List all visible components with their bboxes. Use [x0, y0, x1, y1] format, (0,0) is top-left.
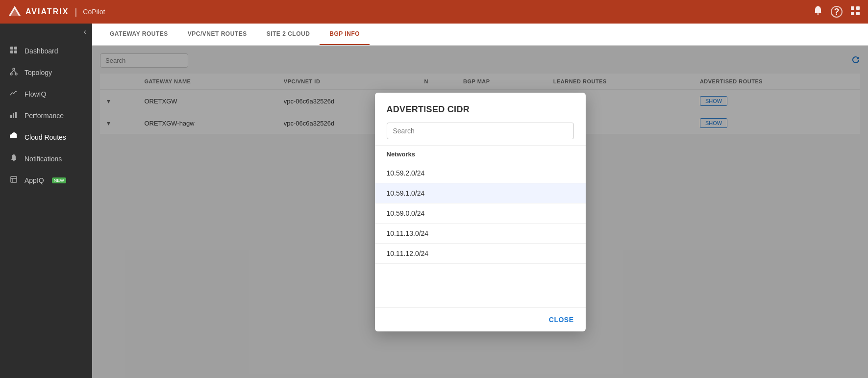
- sidebar-collapse[interactable]: ‹: [0, 24, 92, 40]
- sidebar-item-flowiq[interactable]: FlowIQ: [0, 83, 92, 105]
- badge-appiq: NEW: [52, 177, 66, 183]
- topology-icon: [9, 68, 19, 77]
- svg-rect-21: [11, 176, 17, 182]
- modal-cidr-item[interactable]: 10.59.2.0/24: [375, 163, 586, 183]
- sidebar-item-dashboard[interactable]: Dashboard: [0, 40, 92, 62]
- modal-title: ADVERTISED CIDR: [375, 93, 586, 123]
- cloud-routes-icon: [9, 132, 19, 142]
- sidebar-label-appiq: AppIQ: [25, 176, 44, 184]
- sidebar-label-topology: Topology: [25, 69, 52, 76]
- tabs-bar: GATEWAY ROUTESVPC/VNET ROUTESSITE 2 CLOU…: [92, 24, 868, 46]
- content-area: GATEWAY ROUTESVPC/VNET ROUTESSITE 2 CLOU…: [92, 24, 868, 378]
- modal-cidr-item[interactable]: 10.59.1.0/24: [375, 183, 586, 203]
- modal-list: Networks 10.59.2.0/2410.59.1.0/2410.59.0…: [375, 145, 586, 308]
- modal-footer: CLOSE: [375, 308, 586, 331]
- svg-rect-20: [13, 160, 15, 161]
- sidebar-item-topology[interactable]: Topology: [0, 62, 92, 83]
- svg-rect-5: [856, 6, 860, 10]
- collapse-button[interactable]: ‹: [84, 27, 86, 36]
- table-area: GATEWAY NAMEVPC/VNET IDNBGP MAPLEARNED R…: [92, 46, 868, 378]
- sidebar: ‹ Dashboard Topology FlowIQ Performance …: [0, 24, 92, 378]
- tab-site2cloud[interactable]: SITE 2 CLOUD: [257, 24, 320, 45]
- svg-rect-7: [856, 12, 860, 15]
- logo: AVIATRIX | CoPilot: [8, 5, 105, 19]
- notifications-icon[interactable]: [813, 6, 823, 18]
- svg-line-16: [14, 70, 16, 73]
- svg-rect-18: [13, 113, 14, 118]
- modal-empty-area: [375, 264, 586, 308]
- sidebar-item-appiq[interactable]: AppIQ NEW: [0, 170, 92, 191]
- sidebar-label-performance: Performance: [25, 112, 64, 120]
- svg-rect-8: [10, 47, 13, 50]
- modal-cidr-item[interactable]: 10.59.0.0/24: [375, 203, 586, 224]
- modal-cidr-item[interactable]: 10.11.13.0/24: [375, 224, 586, 244]
- svg-rect-3: [817, 13, 819, 15]
- topbar: AVIATRIX | CoPilot ?: [0, 0, 868, 24]
- svg-rect-9: [14, 47, 17, 50]
- flowiq-icon: [9, 89, 19, 99]
- modal-close-button[interactable]: CLOSE: [549, 316, 574, 324]
- svg-rect-6: [851, 12, 854, 15]
- sidebar-item-performance[interactable]: Performance: [0, 105, 92, 126]
- sidebar-item-cloud-routes[interactable]: Cloud Routes: [0, 126, 92, 148]
- tab-bgp-info[interactable]: BGP INFO: [320, 24, 370, 45]
- advertised-cidr-modal: ADVERTISED CIDR Networks 10.59.2.0/2410.…: [375, 93, 586, 331]
- svg-rect-17: [10, 115, 12, 118]
- help-icon[interactable]: ?: [831, 6, 843, 18]
- modal-list-header: Networks: [375, 146, 586, 163]
- modal-overlay: ADVERTISED CIDR Networks 10.59.2.0/2410.…: [92, 46, 868, 378]
- svg-point-13: [10, 73, 12, 75]
- dashboard-icon: [9, 46, 19, 56]
- svg-line-15: [11, 70, 14, 73]
- sidebar-label-notifications: Notifications: [25, 155, 62, 163]
- tab-vpc-vnet-routes[interactable]: VPC/VNET ROUTES: [178, 24, 257, 45]
- svg-point-14: [15, 73, 17, 75]
- svg-rect-4: [851, 6, 854, 10]
- modal-search-input[interactable]: [387, 123, 574, 139]
- app-switcher-icon[interactable]: [850, 6, 860, 18]
- appiq-icon: [9, 176, 19, 185]
- sidebar-label-cloud-routes: Cloud Routes: [25, 133, 66, 141]
- sidebar-label-flowiq: FlowIQ: [25, 90, 46, 98]
- logo-copilot: CoPilot: [83, 8, 105, 16]
- topbar-actions: ?: [813, 6, 860, 18]
- modal-search-container: [375, 123, 586, 145]
- svg-rect-10: [10, 50, 13, 53]
- notifications-icon: [9, 154, 19, 164]
- aviatrix-logo-icon: [8, 5, 22, 19]
- svg-rect-19: [15, 112, 17, 118]
- sidebar-item-notifications[interactable]: Notifications: [0, 148, 92, 170]
- svg-point-12: [13, 68, 15, 70]
- sidebar-label-dashboard: Dashboard: [25, 47, 58, 55]
- tab-gateway-routes[interactable]: GATEWAY ROUTES: [100, 24, 178, 45]
- logo-aviatrix: AVIATRIX: [25, 7, 69, 16]
- performance-icon: [9, 111, 19, 121]
- modal-cidr-item[interactable]: 10.11.12.0/24: [375, 244, 586, 264]
- svg-rect-11: [14, 50, 17, 53]
